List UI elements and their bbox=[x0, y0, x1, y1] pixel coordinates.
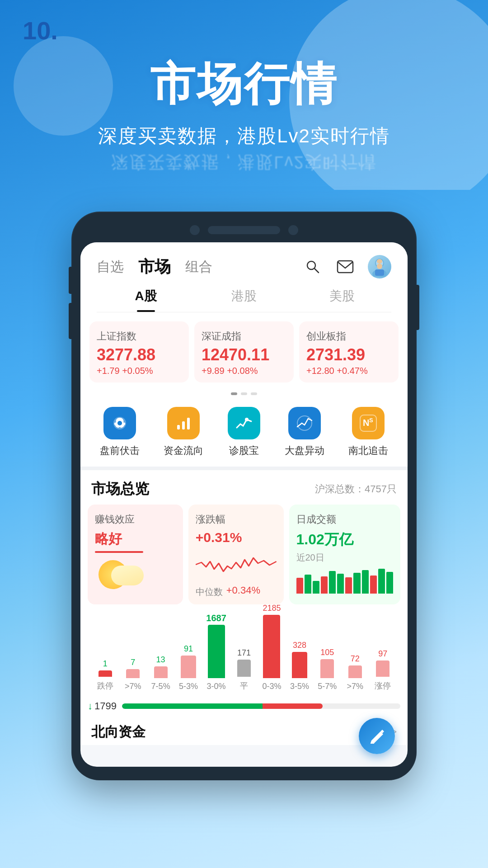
phone-top-bar bbox=[80, 225, 408, 235]
range-sparkline-area bbox=[196, 549, 277, 581]
qa-zhengubao[interactable]: 诊股宝 bbox=[228, 407, 260, 458]
bar-rect-10 bbox=[376, 660, 389, 677]
index-card-shenzhen[interactable]: 深证成指 12470.11 +9.89 +0.08% bbox=[194, 321, 294, 382]
bar-label-5: 平 bbox=[240, 680, 248, 691]
dot-3[interactable] bbox=[251, 392, 257, 395]
bar-rect-1 bbox=[126, 669, 140, 678]
market-overview-subtitle: 沪深总数：4757只 bbox=[315, 482, 397, 496]
trading-value: 1.02万亿 bbox=[296, 530, 394, 550]
bar-col-10: 97 涨停 bbox=[369, 649, 397, 691]
bar-val-4: 1687 bbox=[206, 613, 226, 623]
bar-val-9: 72 bbox=[351, 654, 360, 664]
bar-rect-8 bbox=[320, 659, 334, 678]
svg-point-14 bbox=[245, 418, 249, 421]
bar-label-10: 涨停 bbox=[375, 680, 391, 691]
bar-label-6: 0-3% bbox=[262, 682, 281, 691]
range-card[interactable]: 涨跌幅 +0.31% 中位数 +0.34% bbox=[188, 505, 284, 604]
sparkline-svg bbox=[196, 549, 277, 580]
bar-rect-0 bbox=[99, 670, 112, 677]
phone-wrapper: 自选 市场 组合 bbox=[0, 212, 488, 797]
avatar-button[interactable] bbox=[368, 255, 391, 278]
earnings-card[interactable]: 赚钱效应 略好 bbox=[88, 505, 183, 604]
svg-line-1 bbox=[314, 269, 319, 273]
bar-chart-area: 1 跌停 7 >7% 13 7-5% bbox=[88, 619, 400, 691]
qa-south-north[interactable]: N S 南北追击 bbox=[348, 407, 388, 458]
banner-title: 市场行情 bbox=[27, 54, 461, 115]
dot-2[interactable] bbox=[241, 392, 247, 395]
banner-area: 10. 市场行情 深度买卖数据，港股Lv2实时行情 深度买卖数据，港股Lv2实时… bbox=[0, 0, 488, 190]
indicator-arrow: ↓ bbox=[88, 700, 93, 712]
qa-panqian[interactable]: 盘前伏击 bbox=[100, 407, 140, 458]
volume-up-button bbox=[69, 267, 73, 294]
bar-val-2: 13 bbox=[156, 655, 165, 665]
qa-market-move[interactable]: 大盘异动 bbox=[285, 407, 324, 458]
progress-bar-fill bbox=[122, 703, 323, 709]
earnings-title: 赚钱效应 bbox=[95, 513, 176, 526]
bar-col-1: 7 >7% bbox=[119, 657, 146, 691]
app-screen: 自选 市场 组合 bbox=[80, 242, 408, 767]
bar-label-7: 3-5% bbox=[290, 682, 309, 691]
volume-down-button bbox=[69, 303, 73, 339]
bar-col-6: 2185 0-3% bbox=[258, 603, 286, 691]
panqian-label: 盘前伏击 bbox=[100, 444, 140, 458]
svg-rect-2 bbox=[338, 261, 353, 273]
bar-label-9: >7% bbox=[347, 682, 364, 691]
mail-button[interactable] bbox=[335, 257, 355, 277]
weather-visual bbox=[95, 558, 176, 589]
tab-a-shares[interactable]: A股 bbox=[97, 288, 195, 312]
market-overview-header: 市场总览 沪深总数：4757只 bbox=[80, 470, 408, 505]
phone-speaker bbox=[208, 226, 280, 234]
bottom-indicator-bar: ↓ 1799 bbox=[80, 697, 408, 716]
zhengubao-icon bbox=[228, 407, 260, 439]
bar-rect-3 bbox=[181, 656, 196, 678]
nav-watchlist[interactable]: 自选 bbox=[97, 258, 124, 276]
bar-val-3: 91 bbox=[184, 644, 193, 654]
nav-market[interactable]: 市场 bbox=[138, 256, 171, 278]
north-capital-title: 北向资金 bbox=[91, 723, 145, 741]
bar-col-7: 328 3-5% bbox=[286, 640, 313, 691]
north-capital-header: 北向资金 明细 > bbox=[80, 716, 408, 745]
index-change-shenzhen: +9.89 +0.08% bbox=[202, 366, 286, 376]
fundflow-label: 资金流向 bbox=[164, 444, 203, 458]
carousel-dots bbox=[80, 388, 408, 398]
index-name-chinext: 创业板指 bbox=[306, 330, 391, 343]
nav-portfolio[interactable]: 组合 bbox=[185, 258, 212, 276]
bar-val-0: 1 bbox=[103, 659, 108, 669]
southnorth-icon: N S bbox=[352, 407, 385, 439]
fundflow-icon bbox=[167, 407, 200, 439]
bar-val-8: 105 bbox=[320, 647, 334, 657]
search-button[interactable] bbox=[303, 257, 323, 277]
bar-rect-9 bbox=[348, 665, 362, 678]
qa-fund-flow[interactable]: 资金流向 bbox=[164, 407, 203, 458]
bar-rect-6 bbox=[263, 615, 280, 678]
tab-hk-shares[interactable]: 港股 bbox=[195, 288, 293, 312]
app-nav: 自选 市场 组合 bbox=[97, 255, 391, 278]
trading-card[interactable]: 日成交额 1.02万亿 近20日 bbox=[289, 505, 401, 604]
bar-label-0: 跌停 bbox=[97, 680, 113, 691]
index-value-shanghai: 3277.88 bbox=[97, 346, 182, 364]
index-card-chinext[interactable]: 创业板指 2731.39 +12.80 +0.47% bbox=[299, 321, 399, 382]
bar-label-1: >7% bbox=[125, 682, 141, 691]
phone-outer: 自选 市场 组合 bbox=[72, 212, 416, 779]
index-name-shenzhen: 深证成指 bbox=[202, 330, 286, 343]
front-camera-left bbox=[190, 225, 200, 235]
dot-1[interactable] bbox=[231, 392, 237, 395]
market-tabs: A股 港股 美股 bbox=[97, 288, 391, 312]
bar-col-0: 1 跌停 bbox=[91, 659, 119, 691]
index-card-shanghai[interactable]: 上证指数 3277.88 +1.79 +0.05% bbox=[89, 321, 189, 382]
bar-label-4: 3-0% bbox=[207, 682, 226, 691]
range-title: 涨跌幅 bbox=[196, 513, 277, 526]
index-value-shenzhen: 12470.11 bbox=[202, 346, 286, 364]
earnings-value: 略好 bbox=[95, 530, 176, 548]
trading-mini-bars bbox=[296, 567, 394, 594]
tab-us-shares[interactable]: 美股 bbox=[293, 288, 391, 312]
bar-col-2: 13 7-5% bbox=[147, 655, 174, 691]
trading-title: 日成交额 bbox=[296, 513, 394, 526]
fab-button[interactable] bbox=[359, 718, 395, 754]
earnings-underline bbox=[95, 551, 143, 553]
marketmove-icon bbox=[288, 407, 321, 439]
bar-col-3: 91 5-3% bbox=[174, 644, 202, 691]
panqian-icon bbox=[103, 407, 136, 439]
bar-val-1: 7 bbox=[131, 657, 135, 667]
bar-val-6: 2185 bbox=[263, 603, 281, 613]
